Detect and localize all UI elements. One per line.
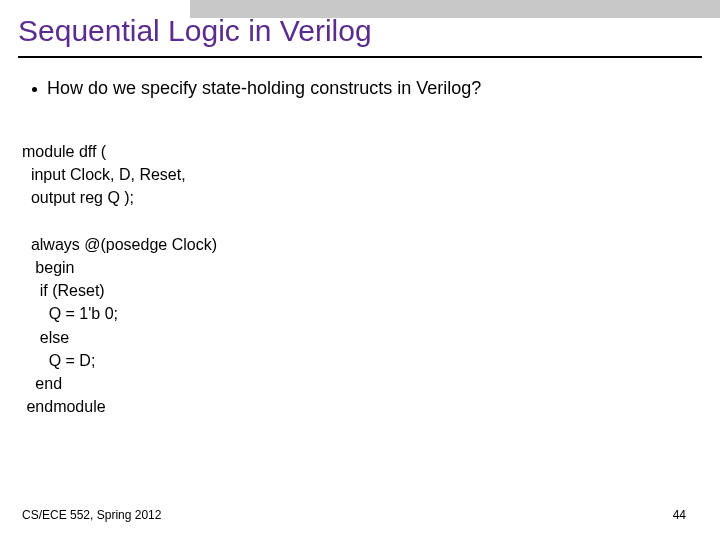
- title-underline: [18, 56, 702, 58]
- code-block: module dff ( input Clock, D, Reset, outp…: [22, 140, 217, 418]
- bullet-item: How do we specify state-holding construc…: [32, 78, 481, 99]
- footer-page-number: 44: [673, 508, 686, 522]
- bullet-text: How do we specify state-holding construc…: [47, 78, 481, 99]
- slide-title: Sequential Logic in Verilog: [18, 14, 372, 48]
- footer-course: CS/ECE 552, Spring 2012: [22, 508, 161, 522]
- bullet-dot-icon: [32, 87, 37, 92]
